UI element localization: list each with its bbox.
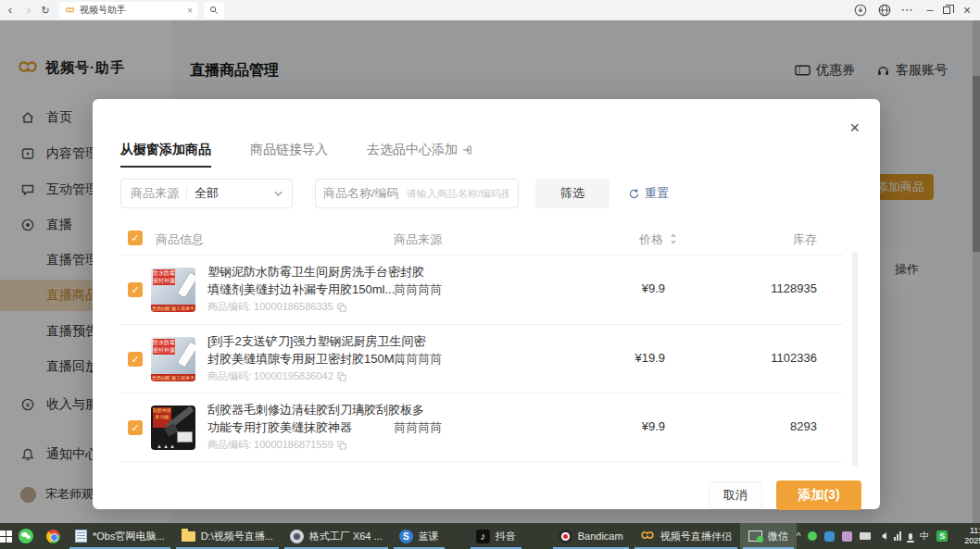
taskbar-folder[interactable]: D:\视频号直播... (173, 523, 282, 549)
product-code: 商品编码: 10000186586335 (207, 300, 346, 314)
thumbnail-tube (178, 343, 195, 368)
globe-icon[interactable] (878, 4, 891, 17)
add-product-modal: × 从橱窗添加商品 商品链接导入 去选品中心添加 商品来源 全部 商品名称/编码… (93, 99, 880, 509)
taskbar-lanke[interactable]: S蓝课 (391, 523, 447, 549)
table-row[interactable]: ✓ 防水防霉密封补漏 无惧扣帽 施工简单不便 塑钢泥防水防霉卫生间厨房洗手台密封… (120, 256, 843, 324)
thumbnail-tag: 防水防霉密封补漏 (153, 339, 175, 355)
product-code: 商品编码: 10000195836042 (207, 369, 346, 383)
modal-scrollbar[interactable] (852, 252, 858, 467)
table-header: ✓ 商品信息 商品来源 价格 库存 (120, 230, 824, 248)
taskbar: *Obs官网电脑... D:\视频号直播... 格式工厂 X64 ... S蓝课… (0, 523, 980, 549)
add-selected-button[interactable]: 添加(3) (776, 480, 861, 510)
taskbar-bandicam[interactable]: Bandicam (550, 523, 632, 549)
taskbar-chrome[interactable] (40, 523, 67, 549)
tab-link-import[interactable]: 商品链接导入 (250, 142, 328, 168)
channels-favicon (65, 6, 75, 15)
taskbar-wechat-window[interactable]: 微信 (740, 523, 797, 549)
source-dropdown-value: 全部 (195, 185, 267, 202)
window-minimize-icon[interactable]: – (921, 0, 939, 20)
table-row[interactable]: ✓ 刮胶神器 多功能 ▲▲▲ 刮胶器毛刺修边清硅胶刮刀璃胶刮胶板多功能专用打胶美… (120, 393, 843, 462)
taskbar-label: 格式工厂 X64 ... (309, 530, 383, 543)
product-source: 苘苘苘苘 (394, 281, 442, 298)
browser-tab[interactable]: 视频号助手 × (59, 2, 198, 19)
network-signal-icon[interactable] (894, 531, 901, 541)
product-stock: 1128935 (743, 281, 817, 295)
tab-title: 视频号助手 (80, 4, 187, 17)
filter-button[interactable]: 筛选 (535, 179, 609, 208)
product-code-text: 商品编码: 10000186871559 (207, 438, 333, 452)
taskbar-douyin[interactable]: ♪抖音 (468, 523, 524, 549)
select-all-checkbox[interactable]: ✓ (128, 231, 143, 245)
windows-logo-icon (0, 530, 12, 543)
wechat-window-icon (748, 530, 762, 542)
browser-forward-icon[interactable]: › (20, 0, 37, 20)
lanke-icon: S (399, 530, 413, 543)
copy-icon[interactable] (337, 303, 346, 312)
search-icon (209, 6, 219, 15)
product-search-field[interactable]: 商品名称/编码 (315, 179, 519, 208)
taskbar-format-factory[interactable]: 格式工厂 X64 ... (282, 523, 391, 549)
thumbnail-strip: 无惧扣帽 施工简单不便 (151, 305, 195, 312)
tab-label: 商品链接导入 (250, 142, 328, 158)
browser-menu-icon[interactable]: ⋯ (897, 0, 917, 20)
col-product-source: 商品来源 (394, 231, 442, 248)
copy-icon[interactable] (337, 441, 346, 450)
filter-row: 商品来源 全部 商品名称/编码 筛选 重置 (120, 179, 852, 208)
screen: ‹ › ↻ 视频号助手 × ⋯ – × 视频号·助手 (0, 0, 980, 549)
source-dropdown-label: 商品来源 (131, 185, 179, 202)
browser-bar: ‹ › ↻ 视频号助手 × ⋯ – × (0, 0, 980, 20)
sogou-icon[interactable]: S (936, 530, 948, 542)
product-thumbnail: 防水防霉密封补漏 无惧扣帽 施工简单不便 (151, 337, 195, 381)
start-button[interactable] (0, 523, 12, 549)
tray-app-icon[interactable] (824, 531, 835, 542)
douyin-icon: ♪ (476, 530, 490, 543)
cancel-button[interactable]: 取消 (709, 481, 762, 509)
divider (186, 187, 187, 200)
taskbar-label: D:\视频号直播... (201, 530, 273, 543)
search-field-label: 商品名称/编码 (323, 185, 399, 202)
row-checkbox[interactable]: ✓ (128, 282, 143, 297)
table-row[interactable]: ✓ 防水防霉密封补漏 无惧扣帽 施工简单不便 [到手2支送铲刀]强力塑钢泥厨房卫… (120, 325, 843, 393)
sort-icon[interactable] (670, 232, 677, 245)
modal-close-icon[interactable]: × (849, 119, 860, 136)
browser-refresh-icon[interactable]: ↻ (37, 0, 54, 20)
taskbar-wechat-pinned[interactable] (12, 523, 40, 549)
tab-close-icon[interactable]: × (187, 6, 193, 16)
input-method-indicator[interactable]: 中 (920, 530, 929, 543)
tab-from-showcase[interactable]: 从橱窗添加商品 (120, 142, 211, 168)
window-close-icon[interactable]: × (958, 0, 976, 20)
source-dropdown[interactable]: 商品来源 全部 (120, 179, 293, 208)
product-code-text: 商品编码: 10000186586335 (207, 300, 333, 314)
taskbar-channels-companion[interactable]: 视频号直播伴侣 (632, 523, 740, 549)
product-stock: 1102336 (743, 351, 817, 365)
tab-selection-center[interactable]: 去选品中心添加 (367, 142, 472, 168)
microphone-icon[interactable] (909, 533, 912, 540)
search-input[interactable] (405, 187, 510, 200)
volume-icon[interactable] (878, 532, 886, 540)
product-thumbnail: 防水防霉密封补漏 无惧扣帽 施工简单不便 (151, 268, 195, 312)
window-restore-icon[interactable] (943, 6, 950, 14)
row-checkbox[interactable]: ✓ (128, 352, 143, 367)
modal-tabs: 从橱窗添加商品 商品链接导入 去选品中心添加 (120, 142, 472, 168)
product-code-text: 商品编码: 10000195836042 (207, 369, 333, 383)
taskbar-clock[interactable]: 11:50:47 2025/5/31 (955, 526, 980, 546)
tray-avatar-icon[interactable] (842, 531, 852, 542)
browser-search-button[interactable] (204, 2, 224, 19)
divider (120, 461, 843, 462)
product-code: 商品编码: 10000186871559 (207, 438, 346, 452)
tray-expand-icon[interactable]: ^ (797, 531, 801, 542)
download-icon[interactable] (854, 4, 867, 17)
tray-wechat-icon[interactable] (808, 531, 817, 541)
tray-card-icon[interactable] (860, 532, 871, 540)
copy-icon[interactable] (337, 372, 346, 381)
wechat-icon (19, 529, 33, 543)
row-checkbox[interactable]: ✓ (128, 420, 143, 435)
thumbnail-strip: 无惧扣帽 施工简单不便 (151, 374, 195, 381)
taskbar-obs-notepad[interactable]: *Obs官网电脑... (67, 523, 173, 549)
taskbar-label: 微信 (768, 530, 788, 543)
browser-back-icon[interactable]: ‹ (2, 0, 19, 20)
clock-date: 2025/5/31 (955, 536, 980, 546)
reset-button[interactable]: 重置 (628, 179, 669, 208)
col-product-info: 商品信息 (156, 231, 204, 248)
taskbar-label: 抖音 (496, 530, 516, 543)
